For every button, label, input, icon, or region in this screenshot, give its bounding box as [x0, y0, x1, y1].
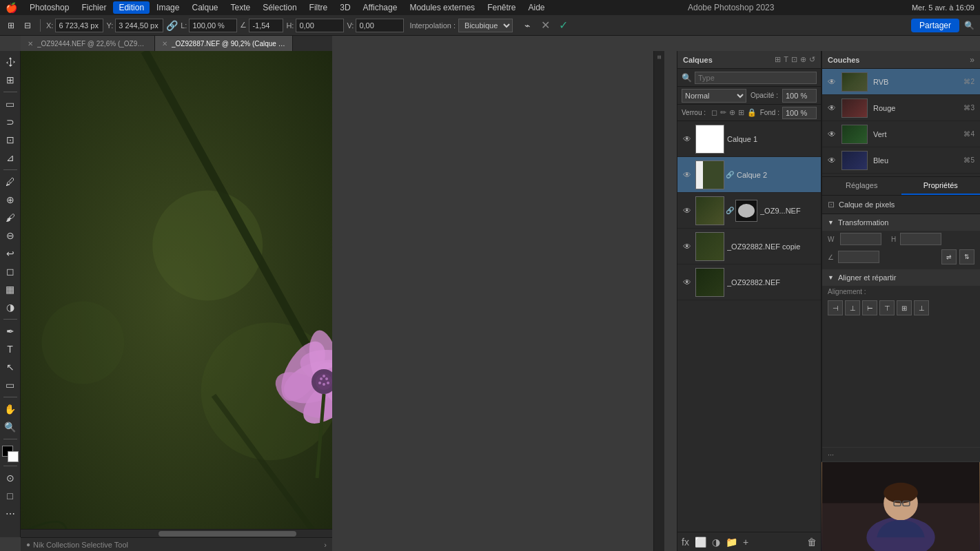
flip-v-button[interactable]: ⇅: [959, 249, 974, 264]
add-group-button[interactable]: 📁: [726, 537, 737, 548]
tool-move[interactable]: [2, 54, 19, 70]
tool-text[interactable]: T: [2, 341, 19, 357]
share-button[interactable]: Partager: [911, 19, 959, 32]
tool-zoom[interactable]: 🔍: [2, 419, 19, 435]
tool-gradient[interactable]: ▦: [2, 281, 19, 298]
tab-close-0[interactable]: ✕: [28, 40, 33, 48]
tool-marquee[interactable]: ▭: [2, 96, 19, 112]
background-color[interactable]: [8, 451, 19, 462]
menu-item-modules[interactable]: Modules externes: [404, 1, 480, 14]
tab-close-1[interactable]: ✕: [162, 40, 167, 48]
add-adjustment-button[interactable]: ◑: [712, 537, 720, 548]
lock-all-icon[interactable]: 🔒: [747, 108, 757, 117]
foreground-background-colors[interactable]: [2, 446, 19, 462]
tool-artboard[interactable]: ⊞: [2, 72, 19, 88]
menu-item-affichage[interactable]: Affichage: [358, 1, 403, 14]
scrollbar-thumb[interactable]: [159, 531, 296, 537]
menu-item-texte[interactable]: Texte: [225, 1, 256, 14]
transform-h-input[interactable]: [900, 233, 941, 245]
layer-item-oz9nef[interactable]: 👁 🔗 _OZ9...NEF: [677, 193, 821, 229]
tool-spot-heal[interactable]: ⊕: [2, 191, 19, 208]
tool-crop[interactable]: ⊿: [2, 149, 19, 166]
channel-item-rvb[interactable]: 👁 RVB ⌘2: [822, 69, 980, 95]
transform-options-icon[interactable]: ⊞: [4, 19, 18, 32]
menu-item-aide[interactable]: Aide: [522, 1, 550, 14]
layers-header-icon-5[interactable]: ↺: [809, 55, 815, 64]
h-input[interactable]: [296, 19, 344, 32]
lock-pixels-icon[interactable]: ✏: [720, 108, 726, 117]
channel-vis-rouge[interactable]: 👁: [828, 103, 836, 113]
tool-dodge[interactable]: ◑: [2, 299, 19, 315]
layers-search-input[interactable]: [695, 72, 817, 84]
fill-input[interactable]: [782, 107, 817, 119]
x-input[interactable]: [55, 19, 103, 32]
y-input[interactable]: [115, 19, 163, 32]
l-input[interactable]: [189, 19, 237, 32]
menu-item-selection[interactable]: Sélection: [257, 1, 302, 14]
layer-visibility-oz92882-copie[interactable]: 👁: [682, 241, 693, 252]
tool-pen[interactable]: ✒: [2, 323, 19, 340]
horizontal-scrollbar[interactable]: [21, 529, 332, 537]
delete-layer-button[interactable]: 🗑: [807, 537, 817, 548]
apple-icon[interactable]: 🍎: [6, 2, 17, 13]
interpolation-select[interactable]: Bicubique: [458, 19, 513, 32]
menu-item-photoshop[interactable]: Photoshop: [24, 1, 74, 14]
tab-reglages[interactable]: Réglages: [822, 177, 901, 195]
canvas-area[interactable]: ⊕ -1,5° ↻: [21, 51, 332, 537]
channel-vis-rvb[interactable]: 👁: [828, 77, 836, 87]
menu-item-fenetre[interactable]: Fenêtre: [482, 1, 521, 14]
channel-item-rouge[interactable]: 👁 Rouge ⌘3: [822, 95, 980, 121]
layer-visibility-oz9nef[interactable]: 👁: [682, 205, 693, 216]
tool-screen-mode[interactable]: □: [2, 488, 19, 504]
layers-header-icon-2[interactable]: T: [784, 55, 788, 64]
tool-lasso[interactable]: ⊃: [2, 114, 19, 130]
tool-quick-mask[interactable]: ⊙: [2, 470, 19, 486]
layers-header-icon-4[interactable]: ⊕: [800, 55, 806, 64]
right-icon-collapse[interactable]: ≡: [654, 54, 664, 61]
tab-proprietes[interactable]: Propriétés: [901, 177, 981, 195]
align-right-button[interactable]: ⊢: [862, 300, 877, 315]
blend-mode-select[interactable]: Normal: [682, 89, 746, 103]
menu-item-3d[interactable]: 3D: [334, 1, 356, 14]
tool-object-select[interactable]: ⊡: [2, 132, 19, 148]
tool-eyedropper[interactable]: 🖊: [2, 174, 19, 190]
layer-item-oz92882[interactable]: 👁 _OZ92882.NEF: [677, 264, 821, 300]
transform-angle-prop-input[interactable]: [838, 251, 879, 263]
add-mask-button[interactable]: ⬜: [695, 537, 706, 548]
tool-brush[interactable]: 🖌: [2, 209, 19, 226]
align-left-button[interactable]: ⊣: [828, 300, 843, 315]
tool-path-select[interactable]: ↖: [2, 359, 19, 375]
opacity-input[interactable]: [782, 89, 817, 103]
align-center-v-button[interactable]: ⊞: [897, 300, 912, 315]
v-input[interactable]: [356, 19, 404, 32]
tool-hand[interactable]: ✋: [2, 401, 19, 417]
menu-item-image[interactable]: Image: [151, 1, 185, 14]
add-layer-button[interactable]: +: [743, 537, 748, 548]
channel-vis-vert[interactable]: 👁: [828, 129, 836, 139]
align-section-header[interactable]: ▼ Aligner et répartir: [822, 269, 980, 286]
warp-icon[interactable]: ⌁: [520, 18, 535, 33]
menu-item-fichier[interactable]: Fichier: [76, 1, 112, 14]
add-style-button[interactable]: fx: [682, 537, 689, 548]
confirm-transform-button[interactable]: ✓: [555, 18, 571, 33]
lock-position-icon[interactable]: ⊕: [729, 108, 735, 117]
expand-icon[interactable]: ›: [324, 541, 327, 549]
layer-item-calque1[interactable]: 👁 Calque 1: [677, 121, 821, 157]
channel-item-vert[interactable]: 👁 Vert ⌘4: [822, 121, 980, 147]
layer-visibility-calque1[interactable]: 👁: [682, 134, 693, 145]
transform-section-header[interactable]: ▼ Transformation: [822, 214, 980, 231]
channels-collapse[interactable]: »: [970, 55, 974, 65]
cancel-transform-button[interactable]: ✕: [538, 18, 553, 33]
align-center-h-button[interactable]: ⊥: [845, 300, 860, 315]
align-bottom-button[interactable]: ⊥: [914, 300, 929, 315]
layout-icon[interactable]: ⊟: [21, 19, 34, 32]
tool-shape[interactable]: ▭: [2, 377, 19, 393]
tool-clone[interactable]: ⊖: [2, 227, 19, 244]
search-icon[interactable]: 🔍: [962, 19, 976, 32]
menu-item-calque[interactable]: Calque: [186, 1, 223, 14]
lock-artboard-icon[interactable]: ⊞: [738, 108, 744, 117]
tab-1[interactable]: ✕ _OZ92887.NEF @ 90,2% (Calque 2, RVB/16…: [155, 36, 293, 51]
layer-visibility-calque2[interactable]: 👁: [682, 169, 693, 180]
menu-item-filtre[interactable]: Filtre: [304, 1, 334, 14]
flip-h-button[interactable]: ⇌: [941, 249, 957, 264]
